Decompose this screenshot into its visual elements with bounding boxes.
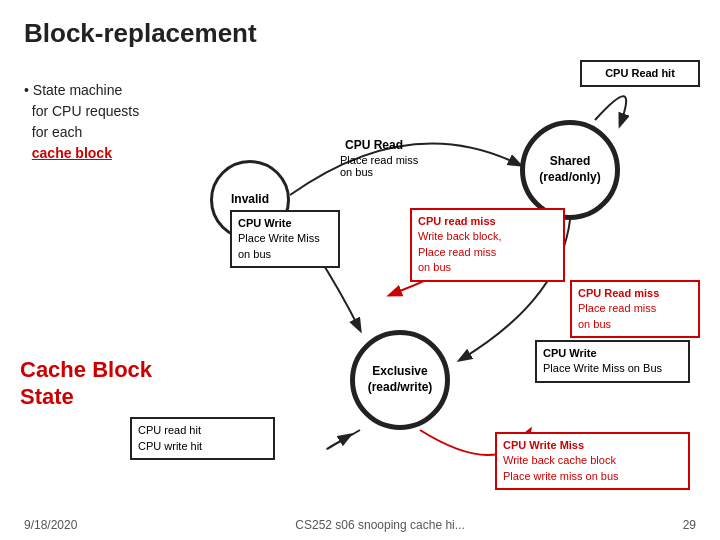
bullet-text: • State machine for CPU requests for eac…	[24, 80, 139, 164]
cache-block-state-label: Cache Block State	[20, 357, 152, 410]
cpu-read-write-hit-box: CPU read hitCPU write hit	[130, 417, 275, 460]
footer-date: 9/18/2020	[24, 518, 77, 532]
cpu-read-miss-right-box: CPU Read miss Place read misson bus	[570, 280, 700, 338]
footer-page: 29	[683, 518, 696, 532]
slide: Block-replacement • State machine for CP…	[0, 0, 720, 540]
cpu-read-hit-box: CPU Read hit	[580, 60, 700, 87]
place-read-miss-label: Place read misson bus	[340, 154, 418, 178]
footer: 9/18/2020 CS252 s06 snooping cache hi...…	[24, 518, 696, 532]
state-exclusive: Exclusive(read/write)	[350, 330, 450, 430]
state-shared: Shared(read/only)	[520, 120, 620, 220]
cpu-read-miss-center-box: CPU read miss Write back block,Place rea…	[410, 208, 565, 282]
footer-course: CS252 s06 snooping cache hi...	[295, 518, 464, 532]
state-diagram: Invalid Shared(read/only) Exclusive(read…	[130, 50, 700, 510]
cpu-write-box: CPU Write Place Write Miss on bus	[230, 210, 340, 268]
cpu-write-miss-box: CPU Write Miss Write back cache blockPla…	[495, 432, 690, 490]
slide-title: Block-replacement	[24, 18, 696, 49]
cpu-read-label: CPU Read	[345, 138, 403, 152]
cpu-write-place-box: CPU Write Place Write Miss on Bus	[535, 340, 690, 383]
